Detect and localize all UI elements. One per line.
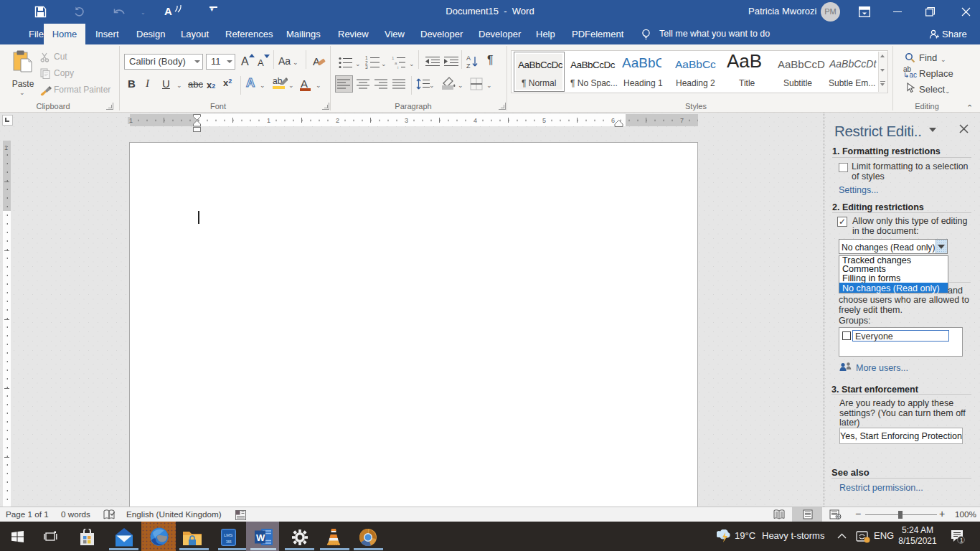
- svg-text:1: 1: [392, 56, 395, 60]
- svg-text:a: a: [395, 61, 397, 65]
- svg-text:LMS: LMS: [224, 533, 232, 537]
- svg-text:1: 1: [960, 537, 963, 544]
- svg-text:Z: Z: [466, 62, 471, 69]
- svg-text:3: 3: [365, 65, 368, 69]
- svg-text:i: i: [397, 65, 398, 69]
- svg-text:A: A: [466, 55, 471, 62]
- svg-text:365: 365: [226, 540, 232, 544]
- svg-text:W: W: [256, 532, 265, 543]
